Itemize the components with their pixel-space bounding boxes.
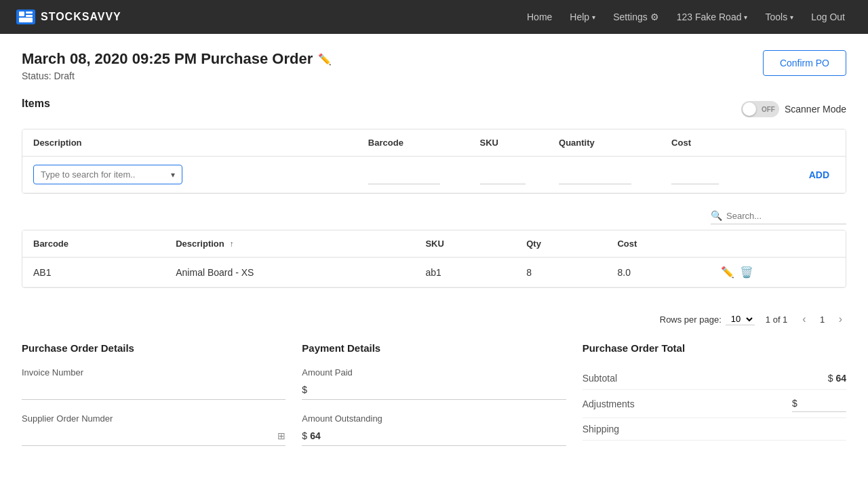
toggle-knob (743, 102, 756, 116)
invoice-number-field: Invoice Number (22, 367, 285, 400)
address-chevron-icon: ▾ (744, 14, 747, 21)
subtotal-label: Subtotal (583, 373, 617, 384)
col-cost: Cost (660, 129, 741, 157)
add-item-button[interactable]: ADD (804, 167, 835, 183)
row-cost: 8.0 (606, 258, 709, 287)
adjustments-label: Adjustments (583, 399, 635, 409)
subtotal-value-wrapper: $ 64 (828, 373, 846, 384)
scanner-mode-control: OFF Scanner Mode (741, 101, 846, 117)
page-header: March 08, 2020 09:25 PM Purchase Order ✏… (22, 50, 846, 81)
rows-per-page: Rows per page: 10 25 50 (660, 313, 755, 325)
items-col-qty: Qty (515, 230, 606, 258)
adjustments-wrapper: $ (792, 395, 846, 412)
shipping-label: Shipping (583, 424, 620, 434)
confirm-po-button[interactable]: Confirm PO (763, 50, 846, 76)
item-search-wrapper[interactable]: ▾ (33, 165, 182, 184)
supplier-order-input[interactable] (22, 430, 272, 441)
po-details-title: Purchase Order Details (22, 342, 285, 354)
nav-home[interactable]: Home (520, 7, 559, 26)
nav-tools[interactable]: Tools ▾ (758, 7, 800, 26)
page-info: 1 of 1 (766, 314, 788, 325)
payment-details: Payment Details Amount Paid $ Amount Out… (302, 342, 566, 460)
purchase-order-details: Purchase Order Details Invoice Number Su… (22, 342, 285, 460)
subtotal-symbol: $ (828, 373, 833, 384)
rows-per-page-select[interactable]: 10 25 50 (726, 313, 755, 325)
brand-logo[interactable]: STOCKSAVVY (16, 9, 121, 24)
invoice-number-label: Invoice Number (22, 367, 285, 378)
col-barcode: Barcode (357, 129, 469, 157)
items-col-barcode: Barcode (22, 230, 165, 258)
subtotal-value: 64 (835, 373, 846, 384)
col-quantity: Quantity (548, 129, 660, 157)
search-input[interactable] (726, 211, 846, 221)
search-icon: 🔍 (711, 210, 722, 221)
navbar: STOCKSAVVY Home Help ▾ Settings ⚙ 123 Fa… (0, 0, 868, 34)
current-page: 1 (813, 310, 832, 329)
cost-cell (660, 157, 741, 193)
nav-settings[interactable]: Settings ⚙ (606, 7, 666, 26)
main-content: March 08, 2020 09:25 PM Purchase Order ✏… (0, 34, 868, 488)
amount-outstanding-symbol: $ (302, 430, 307, 441)
supplier-order-wrapper: ⊞ (22, 426, 285, 446)
items-section-title: Items (22, 98, 50, 110)
adjustments-row: Adjustments $ (583, 390, 846, 418)
quantity-cell (548, 157, 660, 193)
settings-gear-icon: ⚙ (650, 12, 659, 22)
svg-rect-2 (26, 15, 33, 17)
sort-description-icon: ↑ (229, 239, 233, 249)
status-text: Status: Draft (22, 70, 332, 81)
items-col-sku: SKU (414, 230, 515, 258)
payment-details-title: Payment Details (302, 342, 566, 354)
svg-rect-3 (19, 18, 33, 22)
add-cell: ADD (741, 157, 846, 193)
page-title: March 08, 2020 09:25 PM Purchase Order ✏… (22, 50, 332, 68)
nav-logout[interactable]: Log Out (804, 7, 852, 26)
add-item-row: ▾ ADD (22, 157, 846, 193)
next-page-button[interactable]: › (835, 312, 846, 327)
adjustments-input[interactable] (800, 398, 846, 409)
items-table-header: Barcode Description ↑ SKU Qty Cost (22, 230, 846, 258)
invoice-number-input[interactable] (22, 380, 285, 400)
po-total: Purchase Order Total Subtotal $ 64 Adjus… (583, 342, 846, 460)
barcode-cell (357, 157, 469, 193)
scanner-mode-toggle[interactable]: OFF (741, 101, 779, 117)
prev-page-button[interactable]: ‹ (798, 312, 810, 327)
brand-name: STOCKSAVVY (41, 11, 121, 23)
toggle-label: OFF (762, 106, 775, 113)
delete-row-icon[interactable]: 🗑️ (740, 266, 753, 279)
items-col-cost: Cost (606, 230, 709, 258)
col-description: Description (22, 129, 357, 157)
nav-address[interactable]: 123 Fake Road ▾ (670, 7, 755, 26)
items-header: Items OFF Scanner Mode (22, 98, 846, 121)
items-table: Barcode Description ↑ SKU Qty Cost AB1 A… (22, 230, 846, 288)
po-total-title: Purchase Order Total (583, 342, 846, 354)
amount-paid-input[interactable] (310, 384, 566, 395)
nav-links: Home Help ▾ Settings ⚙ 123 Fake Road ▾ T… (520, 7, 852, 26)
row-sku: ab1 (414, 258, 515, 287)
page-nav: ‹ 1 › (798, 310, 846, 329)
col-action (741, 129, 846, 157)
amount-paid-symbol: $ (302, 384, 307, 395)
supplier-order-field: Supplier Order Numder ⊞ (22, 413, 285, 446)
sku-cell (469, 157, 549, 193)
scanner-mode-label: Scanner Mode (785, 104, 846, 115)
items-col-description[interactable]: Description ↑ (165, 230, 414, 258)
supplier-order-icon[interactable]: ⊞ (277, 430, 285, 441)
row-barcode: AB1 (22, 258, 165, 287)
search-cell: ▾ (22, 157, 357, 193)
item-search-input[interactable] (41, 169, 171, 180)
search-bar-row: 🔍 (22, 207, 846, 224)
search-dropdown-icon: ▾ (171, 170, 175, 180)
edit-row-icon[interactable]: ✏️ (721, 266, 734, 279)
amount-outstanding-field: Amount Outstanding $ 64 (302, 413, 566, 446)
edit-title-icon[interactable]: ✏️ (318, 53, 332, 66)
amount-outstanding-value: 64 (310, 430, 321, 441)
help-chevron-icon: ▾ (592, 14, 595, 21)
search-bar: 🔍 (711, 207, 846, 224)
bottom-section: Purchase Order Details Invoice Number Su… (22, 342, 846, 460)
shipping-row: Shipping (583, 418, 846, 441)
amount-outstanding-wrapper: $ 64 (302, 426, 566, 446)
subtotal-row: Subtotal $ 64 (583, 367, 846, 390)
row-actions: ✏️ 🗑️ (710, 258, 846, 287)
nav-help[interactable]: Help ▾ (563, 7, 602, 26)
